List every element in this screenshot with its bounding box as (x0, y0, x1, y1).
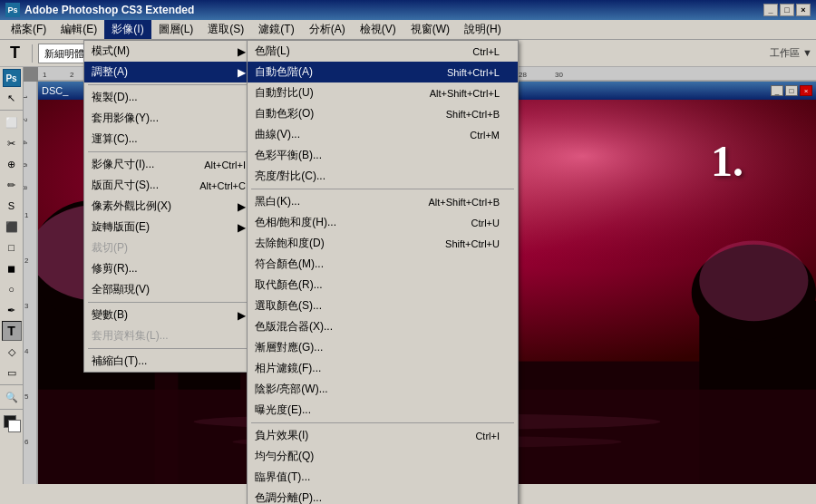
adjust-desaturate[interactable]: 去除飽和度(D) Shift+Ctrl+U (248, 233, 518, 254)
maximize-button[interactable]: □ (780, 4, 794, 16)
ruler-vertical: 1 2 4 6 8 1 2 3 4 5 6 (24, 82, 38, 484)
menu-window[interactable]: 視窗(W) (403, 20, 457, 39)
menu-item-rotate-canvas[interactable]: 旋轉版面(E) ▶ (84, 217, 264, 237)
menu-item-reveal-all[interactable]: 全部顯現(V) (84, 279, 264, 300)
tool-text[interactable]: T (2, 321, 22, 341)
svg-text:2: 2 (70, 71, 74, 79)
close-button[interactable]: × (796, 4, 811, 16)
menu-item-calculations[interactable]: 運算(C)... (84, 129, 264, 150)
adjust-hue-saturation[interactable]: 色相/飽和度(H)... Ctrl+U (248, 212, 518, 233)
menu-item-mode[interactable]: 模式(M) ▶ (84, 41, 264, 62)
adjust-auto-color[interactable]: 自動色彩(O) Shift+Ctrl+B (248, 103, 518, 124)
doc-close-button[interactable]: × (800, 85, 812, 96)
adjust-channel-mixer[interactable]: 色版混合器(X)... (248, 316, 518, 337)
menu-layer[interactable]: 圖層(L) (151, 20, 201, 39)
svg-text:4: 4 (24, 347, 29, 355)
tool-lasso[interactable]: ⬜ (2, 112, 22, 132)
menu-item-canvas-size[interactable]: 版面尺寸(S)... Alt+Ctrl+C (84, 175, 264, 196)
adjust-exposure[interactable]: 曝光度(E)... (248, 400, 518, 421)
menu-item-trim[interactable]: 修剪(R)... (84, 258, 264, 279)
svg-text:1: 1 (24, 95, 29, 100)
adjust-gradient-map[interactable]: 漸層對應(G)... (248, 337, 518, 358)
tool-path[interactable]: ◇ (2, 342, 22, 362)
tool-dodge[interactable]: ○ (2, 279, 22, 299)
doc-minimize-button[interactable]: _ (771, 85, 783, 96)
minimize-button[interactable]: _ (763, 4, 778, 16)
menu-view[interactable]: 檢視(V) (353, 20, 403, 39)
adjust-posterize[interactable]: 色調分離(P)... (248, 488, 518, 504)
tool-select-move[interactable]: ↖ (2, 88, 22, 108)
tool-zoom[interactable]: 🔍 (2, 387, 22, 407)
svg-text:2: 2 (24, 118, 29, 122)
menu-select[interactable]: 選取(S) (200, 20, 251, 39)
svg-point-40 (699, 240, 808, 321)
adjust-match-color[interactable]: 符合顏色(M)... (248, 254, 518, 275)
tool-brush[interactable]: ✏ (2, 175, 22, 195)
svg-text:5: 5 (24, 393, 29, 401)
separator-1 (32, 44, 33, 63)
adjust-black-white[interactable]: 黑白(K)... Alt+Shift+Ctrl+B (248, 191, 518, 212)
tool-gradient[interactable]: ◼ (2, 258, 22, 278)
menu-item-apply-image[interactable]: 套用影像(Y)... (84, 108, 264, 129)
svg-text:3: 3 (24, 302, 29, 310)
menu-item-pixel-aspect[interactable]: 像素外觀比例(X) ▶ (84, 196, 264, 217)
separator-2 (88, 151, 260, 152)
svg-text:6: 6 (24, 163, 29, 168)
image-menu-dropdown: 模式(M) ▶ 調整(A) ▶ 複製(D)... 套用影像(Y)... 運算(C… (83, 40, 265, 373)
sep-a2 (251, 422, 514, 423)
adjust-equalize[interactable]: 均勻分配(Q) (248, 446, 518, 467)
menu-help[interactable]: 說明(H) (457, 20, 509, 39)
adjust-color-balance[interactable]: 色彩平衡(B)... (248, 145, 518, 166)
app-icon: Ps (5, 3, 20, 17)
svg-text:28: 28 (519, 71, 527, 79)
adjust-replace-color[interactable]: 取代顏色(R)... (248, 275, 518, 296)
adjust-shadow-highlight[interactable]: 陰影/亮部(W)... (248, 379, 518, 400)
tool-shape[interactable]: ▭ (2, 363, 22, 383)
foreground-color[interactable] (2, 413, 22, 433)
menu-item-adjust[interactable]: 調整(A) ▶ (84, 62, 264, 82)
doc-maximize-button[interactable]: □ (785, 85, 798, 96)
menu-item-apply-dataset: 套用資料集(L)... (84, 325, 264, 346)
menu-filter[interactable]: 濾鏡(T) (251, 20, 301, 39)
menu-item-trap[interactable]: 補縮白(T)... (84, 351, 264, 372)
svg-text:2: 2 (24, 257, 29, 265)
title-bar: Ps Adobe Photoshop CS3 Extended _ □ × (0, 0, 816, 20)
adjust-photo-filter[interactable]: 相片濾鏡(F)... (248, 358, 518, 379)
adjust-brightness-contrast[interactable]: 亮度/對比(C)... (248, 166, 518, 187)
workarea-label[interactable]: 工作區 ▼ (770, 46, 812, 60)
menu-item-duplicate[interactable]: 複製(D)... (84, 87, 264, 108)
tool-pen[interactable]: ✒ (2, 300, 22, 320)
text-tool-indicator[interactable]: T (4, 43, 26, 63)
adjust-invert[interactable]: 負片效果(I) Ctrl+I (248, 425, 518, 446)
menu-analyze[interactable]: 分析(A) (302, 20, 353, 39)
sep-a1 (251, 189, 514, 189)
tool-heal[interactable]: ⊕ (2, 154, 22, 174)
tool-clone[interactable]: S (2, 196, 22, 216)
svg-text:1: 1 (43, 71, 47, 79)
svg-text:1: 1 (24, 211, 29, 219)
document-number-text: 1. (711, 136, 743, 186)
adjust-curves[interactable]: 曲線(V)... Ctrl+M (248, 124, 518, 145)
menu-item-image-size[interactable]: 影像尺寸(I)... Alt+Ctrl+I (84, 154, 264, 175)
separator-1 (88, 84, 260, 85)
svg-text:4: 4 (24, 141, 29, 145)
adjust-auto-contrast[interactable]: 自動對比(U) Alt+Shift+Ctrl+L (248, 82, 518, 103)
menu-image[interactable]: 影像(I) (104, 20, 151, 39)
adjust-submenu: 色階(L) Ctrl+L 自動色階(A) Shift+Ctrl+L 自動對比(U… (247, 40, 519, 504)
svg-text:8: 8 (24, 186, 29, 190)
tool-eraser[interactable]: □ (2, 237, 22, 257)
menu-item-crop: 裁切(P) (84, 237, 264, 258)
menu-bar: 檔案(F) 編輯(E) 影像(I) 圖層(L) 選取(S) 濾鏡(T) 分析(A… (0, 20, 816, 40)
adjust-selective-color[interactable]: 選取顏色(S)... (248, 296, 518, 316)
adjust-threshold[interactable]: 臨界值(T)... (248, 467, 518, 488)
svg-text:30: 30 (555, 71, 563, 79)
menu-item-variables[interactable]: 變數(B) ▶ (84, 305, 264, 325)
adjust-levels[interactable]: 色階(L) Ctrl+L (248, 41, 518, 62)
app-title: Adobe Photoshop CS3 Extended (24, 4, 194, 16)
tool-crop[interactable]: ✂ (2, 133, 22, 153)
tool-history[interactable]: ⬛ (2, 217, 22, 237)
menu-edit[interactable]: 編輯(E) (53, 20, 104, 39)
menu-file[interactable]: 檔案(F) (4, 20, 53, 39)
svg-text:6: 6 (24, 438, 29, 446)
adjust-auto-levels[interactable]: 自動色階(A) Shift+Ctrl+L (248, 62, 518, 82)
